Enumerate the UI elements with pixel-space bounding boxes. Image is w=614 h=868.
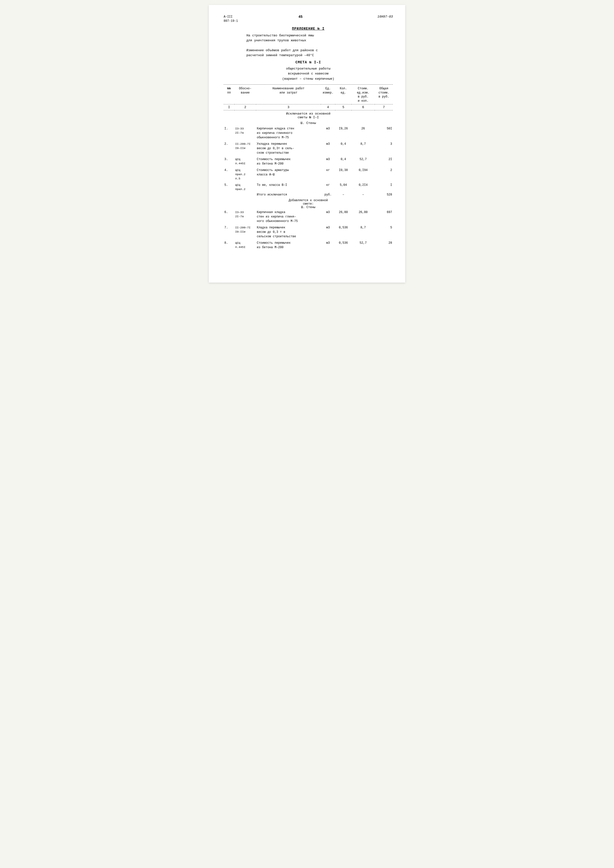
row5-price: 0,2I4 xyxy=(352,182,375,192)
table-row: I. I3–332I–7а Кирпичная кладка стениз ки… xyxy=(223,126,393,141)
subtitle3: Изменение объёмов работ для районов с xyxy=(247,48,370,53)
table-row: 5. ЦСЦприл.2 То же, класса В–I кг 5,04 0… xyxy=(223,182,393,192)
row2-unit: м3 xyxy=(321,141,335,156)
row1-price: 26 xyxy=(352,126,375,141)
summary-qty: – xyxy=(335,192,351,197)
summary-empty xyxy=(223,192,256,197)
table-row: 7. II–200–7II9–IIи Кладка перемычеквесом… xyxy=(223,225,393,240)
row2-qty: 0,4 xyxy=(335,141,351,156)
row7-ref: II–200–7II9–IIи xyxy=(234,225,256,240)
section3-header-row: Ш. Стены xyxy=(223,120,393,126)
table-row: 4. ЦСЦприл.2п.5 Стоимость арматурыкласса… xyxy=(223,167,393,182)
row4-price: 0,I94 xyxy=(352,167,375,182)
col-num-4: 4 xyxy=(321,104,335,110)
row8-unit: м3 xyxy=(321,240,335,251)
summary-unit: руб. xyxy=(321,192,335,197)
page: А–ІІІ 807-19-1 45 16Н97-03 ПРИЛОЖЕНИЕ № … xyxy=(209,5,405,282)
row6-qty: 26,80 xyxy=(335,209,351,225)
row3-name: Стоимость перемычекиз бетона М–200 xyxy=(256,156,321,167)
row4-num: 4. xyxy=(223,167,234,182)
row8-total: 28 xyxy=(375,240,393,251)
row5-qty: 5,04 xyxy=(335,182,351,192)
subtitle-block: На строительство биотермической ямы для … xyxy=(247,33,370,58)
th-total: Общаястоим.в руб. xyxy=(375,85,393,104)
col-num-5: 5 xyxy=(335,104,351,110)
row7-qty: 0,536 xyxy=(335,225,351,240)
row3-qty: 0,4 xyxy=(335,156,351,167)
row6-total: 697 xyxy=(375,209,393,225)
row8-qty: 0,536 xyxy=(335,240,351,251)
th-num: №№пп xyxy=(223,85,234,104)
top-left-label: А–ІІІ 807-19-1 xyxy=(223,15,238,23)
row8-price: 52,7 xyxy=(352,240,375,251)
row6-price: 26,00 xyxy=(352,209,375,225)
table-row: 8. ЦСЦп.445I Стоимость перемычекиз бетон… xyxy=(223,240,393,251)
row4-name: Стоимость арматурыкласса А–Ш xyxy=(256,167,321,182)
work-desc3: (вариант – стены кирпичные) xyxy=(223,76,393,81)
exclude-header-row: Исключается из основнойсметы № I–I xyxy=(223,110,393,120)
summary-exclude-row: Итого исключается руб. – – 528 xyxy=(223,192,393,197)
table-row: 2. II–200–7II9–IIи Укладка перемычеквесо… xyxy=(223,141,393,156)
row4-qty: I0,38 xyxy=(335,167,351,182)
row4-ref: ЦСЦприл.2п.5 xyxy=(234,167,256,182)
summary-label: Итого исключается xyxy=(256,192,321,197)
work-desc2: вскрывочной с навесом xyxy=(223,71,393,76)
row4-unit: кг xyxy=(321,167,335,182)
col-num-1: I xyxy=(223,104,234,110)
th-price: Стоим.ед.изм.в руб.и коп. xyxy=(352,85,375,104)
section3-header-text: Ш. Стены xyxy=(223,120,393,126)
row1-num: I. xyxy=(223,126,234,141)
row5-name: То же, класса В–I xyxy=(256,182,321,192)
row7-total: 5 xyxy=(375,225,393,240)
row6-ref: I3–332I–7а xyxy=(234,209,256,225)
row7-price: 8,7 xyxy=(352,225,375,240)
row8-num: 8. xyxy=(223,240,234,251)
row3-price: 52,7 xyxy=(352,156,375,167)
top-right-code: 16Н97-03 xyxy=(363,15,393,19)
table-header-row: №№пп Обосно-вание Наименование работили … xyxy=(223,85,393,104)
th-ref: Обосно-вание xyxy=(234,85,256,104)
row1-ref: I3–332I–7а xyxy=(234,126,256,141)
row2-price: 8,7 xyxy=(352,141,375,156)
subtitle1: На строительство биотермической ямы xyxy=(247,33,370,38)
subtitle4: расчетной зимней температурой –40°С xyxy=(247,53,370,58)
row2-num: 2. xyxy=(223,141,234,156)
appendix-title: ПРИЛОЖЕНИЕ № I xyxy=(223,27,393,31)
exclude-header-text: Исключается из основнойсметы № I–I xyxy=(223,110,393,120)
row1-unit: м3 xyxy=(321,126,335,141)
col-num-3: 3 xyxy=(256,104,321,110)
row1-total: 50I xyxy=(375,126,393,141)
summary-total: 528 xyxy=(375,192,393,197)
table-row: 3. ЦСЦп.445I Стоимость перемычекиз бетон… xyxy=(223,156,393,167)
adds-header-row: Добавляется к основнойсмете:Ш. Стены xyxy=(223,197,393,209)
page-number: 45 xyxy=(238,15,363,19)
row2-total: 3 xyxy=(375,141,393,156)
doc-number: 807-19-1 xyxy=(223,19,238,23)
column-numbers-row: I 2 3 4 5 6 7 xyxy=(223,104,393,110)
col-num-6: 6 xyxy=(352,104,375,110)
summary-price: – xyxy=(352,192,375,197)
th-qty: Кол.ед. xyxy=(335,85,351,104)
table-row: 6. I3–332I–7а Кирпичная кладкастен из ки… xyxy=(223,209,393,225)
row3-total: 2I xyxy=(375,156,393,167)
row6-num: 6. xyxy=(223,209,234,225)
row5-total: I xyxy=(375,182,393,192)
header: А–ІІІ 807-19-1 45 16Н97-03 xyxy=(223,15,393,23)
row5-num: 5. xyxy=(223,182,234,192)
row7-name: Кладка перемычеквесом до 0,3 т всельском… xyxy=(256,225,321,240)
appendix-title-section: ПРИЛОЖЕНИЕ № I xyxy=(223,27,393,31)
row8-name: Стоимость перемычекиз бетона М–200 xyxy=(256,240,321,251)
subtitle2: для уничтожения трупов животных xyxy=(247,38,370,43)
row7-unit: м3 xyxy=(321,225,335,240)
col-num-2: 2 xyxy=(234,104,256,110)
top-divider xyxy=(223,84,393,85)
work-desc1: общестроительные работы xyxy=(223,66,393,71)
th-name: Наименование работили затрат xyxy=(256,85,321,104)
row2-ref: II–200–7II9–IIи xyxy=(234,141,256,156)
col-num-7: 7 xyxy=(375,104,393,110)
row1-qty: I9,26 xyxy=(335,126,351,141)
row3-ref: ЦСЦп.445I xyxy=(234,156,256,167)
th-unit: Ед.измер. xyxy=(321,85,335,104)
main-table: №№пп Обосно-вание Наименование работили … xyxy=(223,85,393,251)
row2-name: Укладка перемычеквесом до 0,3т в сель-ск… xyxy=(256,141,321,156)
